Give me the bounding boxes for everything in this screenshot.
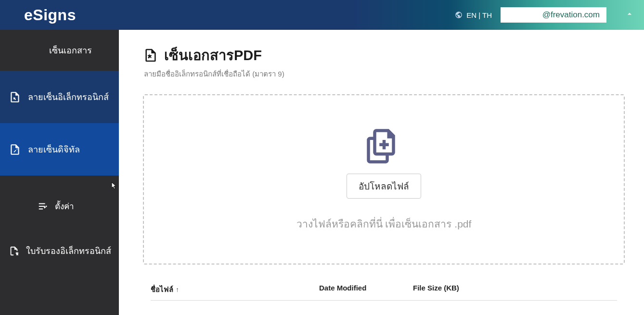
sort-ascending-icon: ↑ — [176, 286, 179, 293]
settings-icon — [38, 201, 48, 212]
pen-icon — [9, 44, 28, 57]
sidebar-item-electronic-signature[interactable]: ลายเซ็นอิเล็กทรอนิกส์ — [0, 71, 119, 123]
sidebar-item-digital-signature[interactable]: ลายเซ็นดิจิทัล — [0, 123, 119, 176]
page-title: เซ็นเอกสารPDF — [164, 44, 262, 66]
header-right: EN | TH @frevation.com — [455, 7, 634, 23]
sidebar-item-settings[interactable]: ตั้งค่า — [0, 176, 119, 229]
files-table: ชื่อไฟล์ ↑ Date Modified File Size (KB) — [143, 284, 625, 301]
user-email-badge[interactable]: @frevation.com — [501, 7, 606, 23]
sidebar-item-label: เซ็นเอกสาร — [35, 43, 92, 57]
sidebar: เซ็นเอกสาร ลายเซ็นอิเล็กทรอนิกส์ ลายเซ็น… — [0, 30, 119, 315]
document-edit-icon — [9, 143, 21, 156]
sidebar-item-label: ลายเซ็นอิเล็กทรอนิกส์ — [28, 90, 109, 104]
sidebar-item-sign-document[interactable]: เซ็นเอกสาร — [0, 30, 119, 71]
column-header-file-size[interactable]: File Size (KB) — [413, 284, 509, 295]
language-label: EN | TH — [466, 11, 492, 19]
globe-icon — [455, 11, 463, 19]
user-menu-toggle[interactable] — [625, 9, 634, 21]
body-wrap: เซ็นเอกสาร ลายเซ็นอิเล็กทรอนิกส์ ลายเซ็น… — [0, 30, 644, 315]
sidebar-item-electronic-certificate[interactable]: ใบรับรองอิเล็กทรอนิกส์ — [0, 229, 119, 271]
files-table-header: ชื่อไฟล์ ↑ Date Modified File Size (KB) — [151, 284, 617, 301]
upload-file-button[interactable]: อัปโหลดไฟล์ — [347, 174, 421, 199]
page-title-row: เซ็นเอกสารPDF — [143, 44, 625, 66]
app-header: eSigns EN | TH @frevation.com — [0, 0, 644, 30]
chevron-up-icon — [625, 9, 634, 19]
column-header-date-modified[interactable]: Date Modified — [319, 284, 413, 295]
sidebar-item-label: ใบรับรองอิเล็กทรอนิกส์ — [26, 244, 111, 258]
language-switcher[interactable]: EN | TH — [455, 11, 492, 19]
dropzone-hint: วางไฟล์หรือคลิกที่นี่ เพื่อเซ็นเอกสาร .p… — [296, 216, 472, 232]
app-logo: eSigns — [24, 6, 76, 24]
document-sign-icon — [9, 91, 21, 103]
sidebar-item-label: ตั้งค่า — [55, 200, 74, 213]
file-dropzone[interactable]: อัปโหลดไฟล์ วางไฟล์หรือคลิกที่นี่ เพื่อเ… — [143, 94, 625, 265]
column-header-filename[interactable]: ชื่อไฟล์ ↑ — [151, 284, 319, 295]
sidebar-item-label: ลายเซ็นดิจิทัล — [28, 142, 80, 156]
certificate-icon — [9, 246, 19, 256]
main-content: เซ็นเอกสารPDF ลายมือชื่ออิเล็กทรอนิกส์ที… — [119, 30, 644, 315]
file-signature-icon — [143, 48, 158, 63]
page-subtitle: ลายมือชื่ออิเล็กทรอนิกส์ที่เชื่อถือได้ (… — [144, 68, 625, 80]
file-add-icon — [365, 127, 403, 165]
